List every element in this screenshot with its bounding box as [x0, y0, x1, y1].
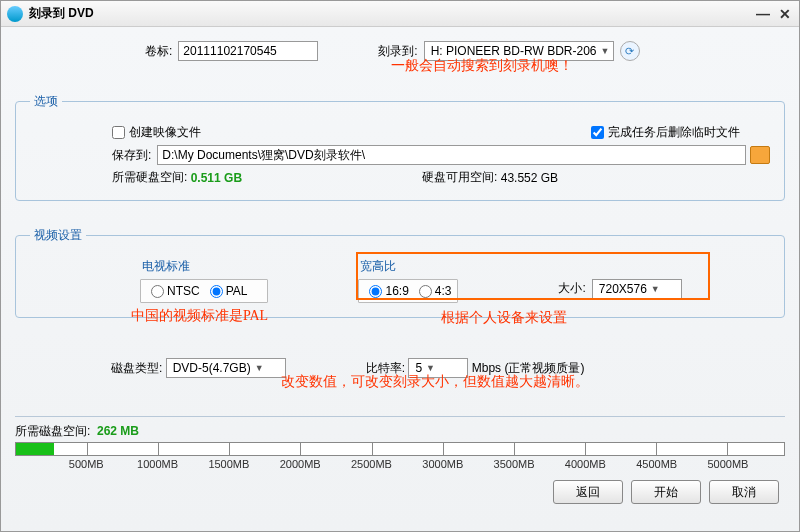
aspect-radios: 16:9 4:3	[358, 279, 458, 303]
chevron-down-icon: ▼	[255, 363, 264, 373]
aspect-group: 宽高比 16:9 4:3	[358, 258, 458, 303]
cancel-button[interactable]: 取消	[709, 480, 779, 504]
ratio-169-radio[interactable]: 16:9	[369, 284, 408, 298]
aspect-label: 宽高比	[358, 258, 458, 275]
volume-input[interactable]	[178, 41, 318, 61]
button-bar: 返回 开始 取消	[15, 472, 785, 512]
disk-space-fill	[16, 443, 54, 455]
tick-label: 4500MB	[636, 458, 677, 470]
burn-to-value: H: PIONEER BD-RW BDR-206	[431, 44, 597, 58]
size-label: 大小:	[558, 280, 585, 297]
tick-label: 500MB	[69, 458, 104, 470]
minimize-button[interactable]: —	[755, 6, 771, 22]
volume-label: 卷标:	[145, 43, 172, 60]
disc-type-label: 磁盘类型:	[111, 360, 162, 377]
tv-standard-label: 电视标准	[140, 258, 268, 275]
bitrate-select[interactable]: 5 ▼	[408, 358, 468, 378]
bitrate-label: 比特率:	[366, 360, 405, 377]
delete-temp-label: 完成任务后删除临时文件	[608, 124, 740, 141]
ntsc-radio[interactable]: NTSC	[151, 284, 200, 298]
create-image-checkbox[interactable]: 创建映像文件	[112, 124, 201, 141]
refresh-button[interactable]: ⟳	[620, 41, 640, 61]
tick-label: 2500MB	[351, 458, 392, 470]
bitrate-value: 5	[415, 361, 422, 375]
disc-type-select[interactable]: DVD-5(4.7GB) ▼	[166, 358, 286, 378]
tick-label: 2000MB	[280, 458, 321, 470]
tick-labels: 500MB1000MB1500MB2000MB2500MB3000MB3500M…	[15, 458, 785, 472]
avail-space-value: 43.552 GB	[501, 171, 558, 185]
pal-radio[interactable]: PAL	[210, 284, 248, 298]
tv-standard-group: 电视标准 NTSC PAL	[140, 258, 268, 303]
back-button[interactable]: 返回	[553, 480, 623, 504]
disk-space-label: 所需磁盘空间:	[15, 424, 90, 438]
window-title: 刻录到 DVD	[29, 5, 749, 22]
start-button[interactable]: 开始	[631, 480, 701, 504]
video-fieldset: 视频设置 电视标准 NTSC PAL 宽高比 16:9 4:3 大小:	[15, 227, 785, 318]
avail-space-label: 硬盘可用空间:	[422, 169, 497, 186]
create-image-input[interactable]	[112, 126, 125, 139]
create-image-label: 创建映像文件	[129, 124, 201, 141]
disk-space-line: 所需磁盘空间: 262 MB	[15, 417, 785, 442]
ratio-43-radio[interactable]: 4:3	[419, 284, 452, 298]
chevron-down-icon: ▼	[651, 284, 660, 294]
disk-space-bar	[15, 442, 785, 456]
bitrate-unit: Mbps	[472, 361, 501, 375]
app-icon	[7, 6, 23, 22]
titlebar: 刻录到 DVD — ✕	[1, 1, 799, 27]
delete-temp-input[interactable]	[591, 126, 604, 139]
tick-label: 1500MB	[208, 458, 249, 470]
close-button[interactable]: ✕	[777, 6, 793, 22]
tick-label: 4000MB	[565, 458, 606, 470]
delete-temp-checkbox[interactable]: 完成任务后删除临时文件	[591, 124, 740, 141]
tv-standard-radios: NTSC PAL	[140, 279, 268, 303]
burn-to-label: 刻录到:	[378, 43, 417, 60]
video-legend: 视频设置	[30, 227, 86, 244]
top-row: 卷标: 刻录到: H: PIONEER BD-RW BDR-206 ▼ ⟳	[15, 31, 785, 63]
tick-label: 5000MB	[707, 458, 748, 470]
content-area: 卷标: 刻录到: H: PIONEER BD-RW BDR-206 ▼ ⟳ 一般…	[1, 27, 799, 531]
folder-icon[interactable]	[750, 146, 770, 164]
tick-label: 1000MB	[137, 458, 178, 470]
tick-label: 3500MB	[494, 458, 535, 470]
req-space-value: 0.511 GB	[191, 171, 242, 185]
disk-space-value: 262 MB	[97, 424, 139, 438]
burn-to-select[interactable]: H: PIONEER BD-RW BDR-206 ▼	[424, 41, 614, 61]
req-space-label: 所需硬盘空间:	[112, 169, 187, 186]
options-fieldset: 选项 创建映像文件 完成任务后删除临时文件 保存到: 所需硬盘空间: 0.511…	[15, 93, 785, 201]
tick-label: 3000MB	[422, 458, 463, 470]
bitrate-note: (正常视频质量)	[504, 360, 584, 377]
size-value: 720X576	[599, 282, 647, 296]
size-select[interactable]: 720X576 ▼	[592, 279, 682, 299]
chevron-down-icon: ▼	[601, 46, 610, 56]
chevron-down-icon: ▼	[426, 363, 435, 373]
save-to-label: 保存到:	[112, 147, 151, 164]
options-legend: 选项	[30, 93, 62, 110]
save-to-input[interactable]	[157, 145, 746, 165]
disc-type-value: DVD-5(4.7GB)	[173, 361, 251, 375]
